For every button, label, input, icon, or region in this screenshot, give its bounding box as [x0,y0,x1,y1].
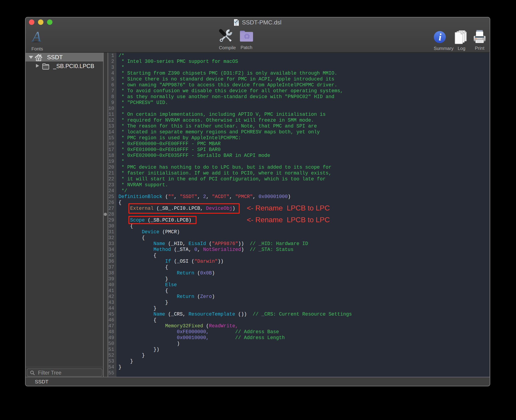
svg-text:A: A [31,29,41,45]
svg-text:DSL: DSL [235,24,238,25]
svg-text:i: i [439,32,442,43]
